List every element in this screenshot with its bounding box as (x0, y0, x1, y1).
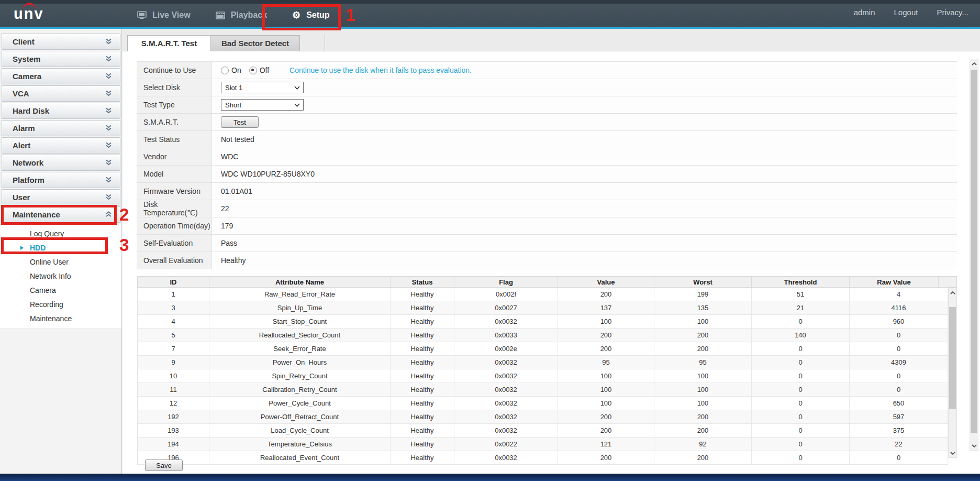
table-cell: 0x0032 (454, 424, 558, 437)
sidebar-section-network[interactable]: Network (2, 155, 120, 171)
table-row: 3Spin_Up_TimeHealthy0x0027137135214116 (138, 301, 948, 315)
sidebar-section-label: System (13, 54, 40, 63)
table-cell: Healthy (391, 369, 454, 382)
table-cell: 4309 (850, 356, 948, 369)
sidebar-section-vca[interactable]: VCA (2, 85, 120, 102)
sidebar-section-user[interactable]: User (2, 189, 120, 205)
form-label: Test Status (137, 131, 212, 148)
table-header-cell: Flag (454, 277, 558, 287)
form-row-test-type: Test TypeShort (137, 96, 957, 114)
table-cell: 3 (138, 301, 209, 314)
user-links: adminLogoutPrivacy... (854, 8, 968, 17)
chevron-double-down-icon (105, 106, 112, 115)
table-cell: 21 (752, 301, 850, 314)
privacy-link[interactable]: Privacy... (937, 8, 968, 17)
table-cell: 0 (752, 315, 850, 328)
sidebar-item-label: Network Info (30, 272, 71, 280)
smart-test-panel: Continue to UseOnOffContinue to use the … (122, 51, 980, 474)
sidebar-item-camera[interactable]: Camera (0, 283, 121, 297)
logout-link[interactable]: Logout (894, 8, 918, 17)
radio-off[interactable] (249, 67, 257, 74)
topbar: unv Live ViewPlayback⚙Setup adminLogoutP… (0, 0, 980, 29)
table-scrollbar[interactable] (948, 288, 957, 458)
sidebar-section-label: Client (13, 37, 35, 46)
table-cell: 200 (558, 424, 654, 437)
scroll-down-icon[interactable] (949, 449, 956, 457)
tab-bad-sector-detect[interactable]: Bad Sector Detect (211, 35, 300, 51)
sidebar-section-platform[interactable]: Platform (2, 172, 120, 188)
table-cell: 95 (654, 356, 752, 369)
sidebar-section-camera[interactable]: Camera (2, 68, 120, 84)
table-header-cell: Worst (654, 277, 752, 287)
form-value-area: Test (212, 114, 957, 130)
sidebar-section-maintenance[interactable]: Maintenance (2, 206, 120, 223)
table-cell: 100 (558, 383, 654, 396)
radio-label-on: On (231, 66, 241, 74)
sidebar-item-label: Recording (30, 300, 63, 309)
sidebar-menu: ClientSystemCameraVCAHard DiskAlarmAlert… (0, 29, 121, 329)
chevron-double-down-icon (105, 124, 112, 133)
table-cell: 0 (752, 342, 850, 355)
table-cell: 0x0032 (454, 451, 558, 464)
form-label: Self-Evaluation (137, 235, 212, 252)
sidebar-item-log-query[interactable]: Log Query (0, 226, 121, 240)
form-value: Healthy (221, 256, 246, 265)
table-cell: 92 (654, 438, 752, 451)
scroll-up-icon[interactable] (949, 288, 956, 297)
table-cell: 0 (752, 356, 850, 369)
page-scroll-up-icon[interactable] (970, 59, 978, 68)
test-button[interactable]: Test (221, 116, 259, 128)
table-cell: 200 (558, 410, 654, 423)
table-cell: 0 (850, 383, 948, 396)
sidebar-item-maintenance[interactable]: Maintenance (0, 311, 121, 325)
sidebar-section-label: Network (13, 158, 43, 167)
table-cell: 0x0033 (454, 329, 558, 342)
table-cell: 375 (850, 424, 948, 437)
sidebar-section-alarm[interactable]: Alarm (2, 120, 120, 136)
form-value-area: Healthy (212, 252, 957, 269)
form-row-select-disk: Select DiskSlot 1 (137, 79, 957, 96)
table-body: 1Raw_Read_Error_RateHealthy0x002f2001995… (137, 288, 948, 465)
select-disk-select[interactable]: Slot 1 (221, 82, 304, 93)
test-type-select[interactable]: Short (221, 99, 304, 111)
table-cell: 0x002f (454, 288, 558, 301)
table-cell: 0x0032 (454, 315, 558, 328)
smart-attribute-table: IDAttribute NameStatusFlagValueWorstThre… (137, 276, 957, 465)
table-cell: 140 (752, 329, 850, 342)
page-scroll-down-icon[interactable] (970, 441, 978, 450)
table-cell: 200 (654, 329, 752, 342)
table-cell: 0 (752, 438, 850, 451)
table-row: 193Load_Cycle_CountHealthy0x003220020003… (138, 424, 948, 438)
sidebar-item-network-info[interactable]: Network Info (0, 269, 121, 283)
page-scrollbar[interactable] (970, 59, 978, 451)
setup-nav-item[interactable]: ⚙Setup (280, 4, 342, 27)
table-cell: 200 (558, 329, 654, 342)
playback-nav-item[interactable]: Playback (203, 4, 280, 27)
sidebar-section-label: Maintenance (13, 210, 60, 219)
table-cell: 0x0032 (454, 397, 558, 410)
sidebar-item-recording[interactable]: Recording (0, 297, 121, 311)
radio-on[interactable] (221, 67, 229, 74)
form-label: S.M.A.R.T. (137, 114, 212, 130)
table-cell: 0 (850, 342, 948, 355)
page-scroll-thumb[interactable] (971, 70, 977, 433)
form-row-s-m-a-r-t: S.M.A.R.T.Test (137, 114, 957, 131)
table-cell: 0 (850, 329, 948, 342)
tab-s-m-a-r-t-test[interactable]: S.M.A.R.T. Test (127, 35, 211, 51)
admin-link[interactable]: admin (854, 8, 875, 17)
table-cell: 1 (138, 288, 209, 301)
sidebar-section-hard-disk[interactable]: Hard Disk (2, 103, 120, 119)
table-cell: 200 (654, 451, 752, 464)
sidebar-item-hdd[interactable]: HDD (0, 240, 121, 255)
sidebar-section-system[interactable]: System (2, 51, 120, 67)
tab-slot (300, 35, 325, 51)
table-cell: Healthy (391, 301, 454, 314)
table-scroll-thumb[interactable] (949, 307, 956, 409)
sidebar-section-alert[interactable]: Alert (2, 137, 120, 154)
sidebar-item-online-user[interactable]: Online User (0, 255, 121, 269)
live-view-nav-item[interactable]: Live View (125, 4, 203, 27)
table-row: 1Raw_Read_Error_RateHealthy0x002f2001995… (138, 288, 948, 301)
table-cell: 0 (752, 369, 850, 382)
sidebar-section-client[interactable]: Client (2, 34, 120, 50)
save-button[interactable]: Save (145, 460, 183, 471)
